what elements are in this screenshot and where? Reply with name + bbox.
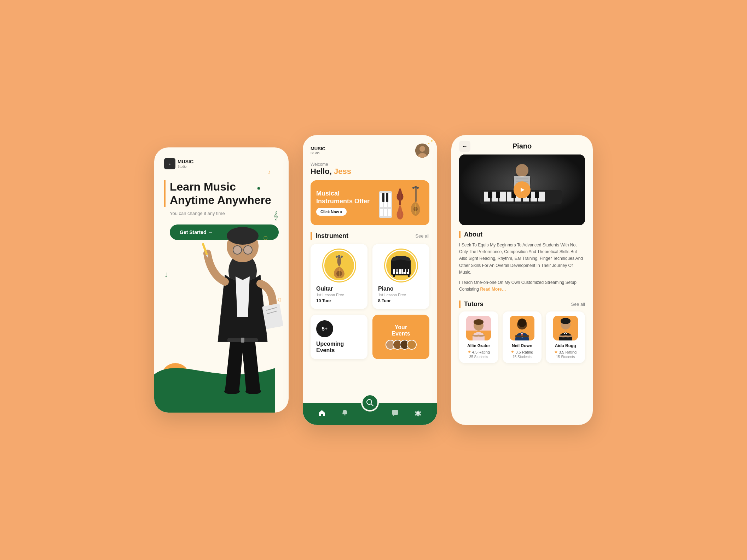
promo-banner[interactable]: Musical Instruments Offer Click Now » bbox=[311, 180, 429, 225]
logo-name: MUSIC bbox=[178, 159, 193, 164]
guitar-lesson: 1st Lesson Free bbox=[316, 293, 362, 297]
instrument-section-header: Instrument See all bbox=[303, 231, 437, 244]
svg-rect-53 bbox=[393, 274, 395, 277]
about-title: About bbox=[459, 231, 585, 238]
svg-rect-30 bbox=[415, 186, 417, 202]
logo-sub: Studio bbox=[311, 151, 325, 155]
allie-name: Allie Grater bbox=[463, 343, 494, 348]
nav-settings[interactable] bbox=[411, 406, 425, 421]
instrument-title: Instrument bbox=[311, 232, 348, 240]
tutors-see-all[interactable]: See all bbox=[571, 302, 585, 307]
allie-avatar bbox=[466, 316, 491, 340]
svg-rect-57 bbox=[344, 414, 346, 415]
search-fab-button[interactable] bbox=[361, 394, 379, 412]
your-events-card[interactable]: Your Events bbox=[372, 315, 429, 359]
tutors-title: Tutors bbox=[459, 301, 483, 308]
svg-rect-77 bbox=[535, 192, 539, 198]
svg-point-90 bbox=[474, 319, 483, 325]
hello-text: Hello, Jess bbox=[311, 167, 429, 176]
svg-rect-72 bbox=[488, 192, 492, 198]
banner-title: Musical Instruments Offer bbox=[316, 190, 370, 205]
instrument-see-all[interactable]: See all bbox=[415, 233, 429, 239]
piano-lesson: 1st Lesson Free bbox=[378, 293, 424, 297]
events-label: Upcoming Events bbox=[316, 341, 362, 354]
play-button[interactable] bbox=[514, 181, 531, 198]
neil-bg bbox=[510, 316, 534, 340]
about-text-2: I Teach One-on-one On My Own Customized … bbox=[459, 279, 585, 293]
svg-rect-50 bbox=[398, 269, 399, 272]
tutor-card-aida[interactable]: Aida Bugg ★ 3.5 Rating 15 Students bbox=[546, 311, 585, 363]
svg-point-2 bbox=[227, 227, 259, 245]
logo-icon: ♪ bbox=[164, 158, 175, 169]
piano-name: Piano bbox=[378, 286, 424, 292]
tutor-photo-neil bbox=[510, 316, 534, 340]
logo-text-block: MUSIC Studio bbox=[178, 159, 193, 168]
piano-card[interactable]: Piano 1st Lesson Free 8 Tuor bbox=[372, 244, 429, 309]
settings-icon bbox=[414, 409, 422, 417]
sparkle-1: ✦ bbox=[430, 139, 434, 144]
aida-rating: ★ 3.5 Rating bbox=[550, 350, 581, 354]
svg-point-36 bbox=[417, 187, 419, 189]
svg-rect-27 bbox=[388, 209, 391, 216]
about-section: About I Seek To Equip My Beginners To Ad… bbox=[451, 231, 593, 301]
bottom-navigation bbox=[303, 403, 437, 425]
sparkle-2: ✦ bbox=[428, 142, 430, 145]
aida-name: Aida Bugg bbox=[550, 343, 581, 348]
deco-dot: ⬟ bbox=[257, 186, 260, 190]
neil-name: Neil Down bbox=[507, 343, 538, 348]
back-button[interactable]: ← bbox=[459, 141, 470, 152]
svg-rect-25 bbox=[380, 209, 383, 216]
banner-text: Musical Instruments Offer Click Now » bbox=[316, 190, 370, 216]
event-avatar-4 bbox=[407, 340, 417, 350]
tutor-card-neil[interactable]: Neil Down ★ 3.5 Rating 15 Students bbox=[503, 311, 542, 363]
play-icon bbox=[519, 186, 526, 193]
detail-title: Piano bbox=[513, 142, 532, 150]
search-fab-icon bbox=[366, 399, 374, 407]
tutor-card-allie[interactable]: Allie Grater ★ 4.5 Rating 35 Students bbox=[459, 311, 498, 363]
read-more-link[interactable]: Read More… bbox=[480, 287, 506, 292]
hero-subtitle: You can change it any time bbox=[164, 211, 279, 216]
logo-music-note: ♪ bbox=[169, 162, 171, 166]
piano-svg bbox=[388, 254, 414, 277]
nav-bell[interactable] bbox=[338, 406, 352, 421]
click-now-button[interactable]: Click Now » bbox=[316, 208, 347, 216]
logo-sub: Studio bbox=[178, 165, 193, 168]
instruments-row: Guitar 1st Lesson Free 10 Tuor bbox=[303, 244, 437, 315]
banner-instruments bbox=[378, 186, 424, 220]
allie-star: ★ bbox=[468, 350, 471, 354]
svg-point-12 bbox=[233, 246, 242, 254]
guitar-card[interactable]: Guitar 1st Lesson Free 10 Tuor bbox=[311, 244, 367, 309]
svg-rect-26 bbox=[384, 209, 387, 216]
nav-chat[interactable] bbox=[388, 406, 402, 421]
svg-point-93 bbox=[518, 319, 526, 327]
svg-rect-49 bbox=[395, 269, 396, 272]
piano-video-thumbnail[interactable] bbox=[459, 154, 585, 225]
aida-avatar bbox=[553, 316, 578, 340]
avatar-image bbox=[415, 144, 429, 158]
welcome-label: Welcome bbox=[311, 162, 429, 167]
hero-title: Learn Music Anytime Anywhere bbox=[164, 180, 279, 207]
svg-point-40 bbox=[336, 256, 338, 258]
bell-icon bbox=[341, 409, 349, 417]
guitar-name: Guitar bbox=[316, 286, 362, 292]
your-events-title: Your Events bbox=[392, 324, 410, 337]
tutors-row: Allie Grater ★ 4.5 Rating 35 Students bbox=[459, 311, 585, 363]
user-avatar[interactable] bbox=[415, 144, 429, 158]
svg-point-41 bbox=[338, 255, 340, 257]
svg-rect-51 bbox=[403, 269, 405, 272]
svg-rect-71 bbox=[538, 192, 545, 202]
svg-point-34 bbox=[412, 187, 415, 189]
upcoming-events-card[interactable]: ✦ ✦ 5+ Upcoming Events bbox=[311, 315, 367, 359]
aida-bg bbox=[553, 316, 578, 340]
nav-home[interactable] bbox=[315, 406, 329, 421]
home-icon bbox=[318, 409, 326, 417]
svg-rect-22 bbox=[388, 193, 391, 207]
guitar-svg bbox=[327, 253, 352, 278]
aida-students: 15 Students bbox=[550, 355, 581, 359]
tutors-section: Tutors See all bbox=[451, 301, 593, 369]
chat-icon bbox=[391, 409, 399, 417]
svg-rect-11 bbox=[241, 338, 244, 343]
phone-detail: ← Piano bbox=[451, 135, 593, 425]
tutor-photo-aida bbox=[553, 316, 578, 340]
aida-star: ★ bbox=[554, 350, 558, 354]
